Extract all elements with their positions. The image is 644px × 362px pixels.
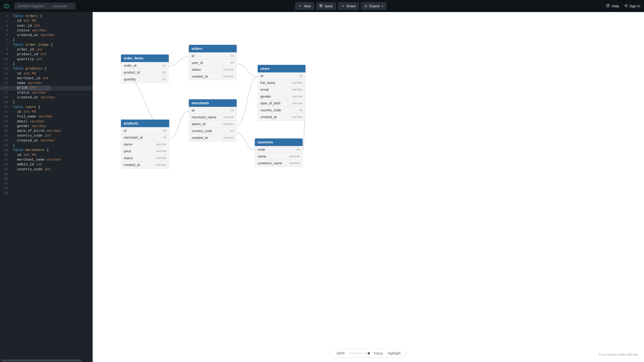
table-column[interactable]: continent_namevarchar bbox=[255, 160, 303, 167]
table-merchants[interactable]: merchantsidintmerchant_namevarcharadmin_… bbox=[189, 99, 237, 141]
table-column[interactable]: pricevarchar bbox=[121, 148, 169, 154]
column-type: varchar bbox=[292, 81, 303, 85]
table-column[interactable]: codeint bbox=[255, 146, 303, 153]
svg-point-4 bbox=[608, 6, 608, 7]
table-column[interactable]: statusvarchar bbox=[121, 154, 169, 161]
table-countries[interactable]: countriescodeintnamevarcharcontinent_nam… bbox=[255, 138, 303, 167]
column-type: int bbox=[163, 129, 166, 133]
table-column[interactable]: product_idint bbox=[121, 69, 169, 76]
column-name: continent_name bbox=[258, 161, 282, 165]
table-column[interactable]: created_atvarchar bbox=[189, 134, 237, 141]
table-column[interactable]: created_atvarchar bbox=[121, 161, 169, 168]
table-column[interactable]: gendervarchar bbox=[258, 93, 306, 100]
column-name: quantity bbox=[124, 77, 136, 81]
table-column[interactable]: merchant_idint bbox=[121, 134, 169, 141]
column-name: product_id bbox=[124, 71, 140, 74]
svg-marker-1 bbox=[5, 5, 8, 8]
column-type: varchar bbox=[156, 142, 166, 146]
plus-icon: ＋ bbox=[298, 4, 302, 8]
column-name: created_at bbox=[192, 136, 208, 140]
column-name: created_at bbox=[192, 75, 208, 78]
table-column[interactable]: admin_idvarchar bbox=[189, 121, 237, 127]
code-editor[interactable]: 1234567891011121314151617181920212223242… bbox=[0, 12, 93, 362]
help-link[interactable]: Help bbox=[606, 4, 619, 8]
table-column[interactable]: idint bbox=[121, 127, 169, 134]
zoom-slider[interactable] bbox=[349, 353, 369, 354]
column-type: varchar bbox=[156, 163, 166, 167]
share-button[interactable]: Share bbox=[338, 2, 359, 10]
column-type: varchar bbox=[223, 115, 234, 119]
column-name: id bbox=[192, 54, 194, 58]
table-header[interactable]: order_items bbox=[121, 55, 169, 62]
diagram-canvas[interactable]: 100% Focus Highlight From Holistics folk… bbox=[93, 12, 644, 362]
table-column[interactable]: idint bbox=[189, 52, 237, 59]
table-column[interactable]: order_idint bbox=[121, 62, 169, 69]
column-type: varchar bbox=[292, 101, 303, 105]
editor-horizontal-scrollbar[interactable] bbox=[2, 359, 82, 361]
column-type: varchar bbox=[223, 122, 234, 126]
save-button[interactable]: Save bbox=[316, 2, 336, 10]
table-header[interactable]: users bbox=[258, 65, 306, 72]
column-name: country_code bbox=[260, 108, 281, 112]
help-label: Help bbox=[612, 4, 619, 8]
table-column[interactable]: created_atvarchar bbox=[189, 73, 237, 80]
table-header[interactable]: products bbox=[121, 120, 169, 127]
column-name: full_name bbox=[260, 81, 275, 85]
column-name: merchant_name bbox=[192, 115, 216, 119]
column-name: country_code bbox=[192, 129, 212, 133]
save-icon bbox=[320, 4, 323, 8]
table-column[interactable]: namevarchar bbox=[255, 153, 303, 160]
diagram-status: - Unsaved bbox=[51, 4, 67, 8]
table-column[interactable]: country_codeint bbox=[189, 127, 237, 134]
column-type: int bbox=[163, 136, 166, 139]
table-header[interactable]: countries bbox=[255, 138, 303, 146]
diagram-title-box[interactable]: Untitled Diagram - Unsaved bbox=[14, 3, 76, 10]
table-column[interactable]: full_namevarchar bbox=[258, 79, 306, 86]
table-column[interactable]: country_codeint bbox=[258, 107, 306, 113]
new-button[interactable]: ＋ New bbox=[295, 2, 314, 10]
export-button[interactable]: Export ▾ bbox=[361, 2, 386, 10]
column-type: int bbox=[299, 108, 303, 112]
table-column[interactable]: idint bbox=[258, 72, 306, 79]
column-name: id bbox=[124, 129, 126, 133]
focus-toggle[interactable]: Focus bbox=[374, 351, 383, 355]
column-name: date_of_birth bbox=[260, 101, 280, 105]
zoom-slider-handle[interactable] bbox=[368, 352, 370, 354]
column-type: varchar bbox=[156, 149, 166, 153]
table-header[interactable]: merchants bbox=[189, 99, 237, 107]
column-type: varchar bbox=[223, 68, 234, 72]
column-name: created_at bbox=[260, 115, 277, 119]
column-type: int bbox=[230, 109, 234, 112]
column-name: name bbox=[124, 142, 132, 146]
table-column[interactable]: statusvarchar bbox=[189, 66, 237, 73]
table-column[interactable]: idint bbox=[189, 107, 237, 114]
table-column[interactable]: emailvarchar bbox=[258, 86, 306, 93]
chevron-down-icon: ▾ bbox=[382, 5, 383, 7]
table-column[interactable]: merchant_namevarchar bbox=[189, 114, 237, 121]
column-type: int bbox=[299, 74, 303, 78]
table-products[interactable]: productsidintmerchant_idintnamevarcharpr… bbox=[121, 120, 169, 168]
editor-code[interactable]: Table orders { id int PK user_id int sta… bbox=[13, 12, 93, 172]
table-order_items[interactable]: order_itemsorder_idintproduct_idintquant… bbox=[121, 55, 169, 83]
column-name: id bbox=[260, 74, 263, 78]
column-type: varchar bbox=[156, 156, 166, 160]
column-name: order_id bbox=[124, 64, 136, 68]
highlight-toggle[interactable]: Highlight bbox=[388, 351, 400, 355]
table-column[interactable]: namevarchar bbox=[121, 141, 169, 148]
column-type: int bbox=[296, 148, 300, 151]
table-orders[interactable]: ordersidintuser_idintstatusvarcharcreate… bbox=[189, 45, 237, 80]
column-type: int bbox=[230, 54, 234, 58]
share-button-label: Share bbox=[346, 4, 356, 8]
table-users[interactable]: usersidintfull_namevarcharemailvarcharge… bbox=[258, 65, 306, 120]
column-name: status bbox=[124, 156, 133, 160]
column-type: int bbox=[163, 64, 166, 68]
help-icon bbox=[606, 4, 610, 8]
table-column[interactable]: quantityint bbox=[121, 76, 169, 83]
table-header[interactable]: orders bbox=[189, 45, 237, 52]
footer-credit: From Holistics folks with love bbox=[599, 353, 638, 356]
editor-gutter: 1234567891011121314151617181920212223242… bbox=[0, 12, 10, 196]
signin-link[interactable]: Sign in bbox=[624, 4, 640, 8]
table-column[interactable]: date_of_birthvarchar bbox=[258, 100, 306, 107]
table-column[interactable]: user_idint bbox=[189, 59, 237, 66]
table-column[interactable]: created_atvarchar bbox=[258, 113, 306, 120]
